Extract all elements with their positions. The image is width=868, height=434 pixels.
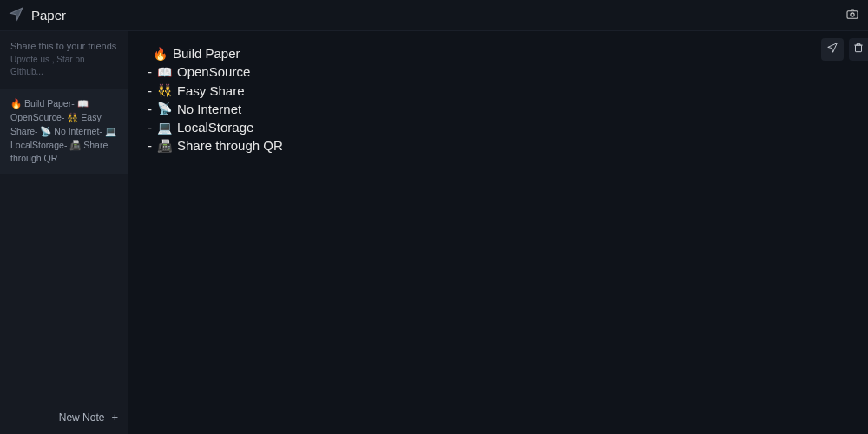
app-title: Paper <box>31 8 66 23</box>
editor-line: 🔥 Build Paper <box>148 45 849 62</box>
camera-icon[interactable] <box>845 7 859 24</box>
editor-text: Share through QR <box>177 137 283 155</box>
topbar: Paper <box>0 0 868 31</box>
sidebar: Share this to your friends Upvote us , S… <box>0 31 128 434</box>
new-note-label: New Note <box>59 411 105 424</box>
share-button[interactable] <box>821 38 844 61</box>
share-promo[interactable]: Share this to your friends Upvote us , S… <box>0 31 128 83</box>
list-dash: - <box>148 101 152 118</box>
book-icon: 📖 <box>157 64 172 81</box>
new-note-button[interactable]: New Note + <box>0 402 128 434</box>
main: Share this to your friends Upvote us , S… <box>0 31 868 434</box>
editor[interactable]: 🔥 Build Paper - 📖 OpenSource - 👯 Easy Sh… <box>128 31 868 170</box>
satellite-icon: 📡 <box>157 101 172 117</box>
sidebar-spacer <box>0 174 128 402</box>
svg-rect-2 <box>856 45 862 52</box>
svg-point-1 <box>851 12 854 16</box>
delete-button[interactable] <box>849 38 868 61</box>
list-dash: - <box>148 63 152 81</box>
editor-text: No Internet <box>177 101 241 118</box>
laptop-icon: 💻 <box>157 120 172 136</box>
list-dash: - <box>148 82 152 100</box>
fire-icon: 🔥 <box>153 46 168 62</box>
note-preview-text: 🔥 Build Paper- 📖 OpenSource- 👯 Easy Shar… <box>10 98 116 163</box>
editor-line: - 📡 No Internet <box>148 101 849 118</box>
plus-icon: + <box>111 411 118 424</box>
share-promo-line2: Upvote us , Star on Github... <box>10 54 118 78</box>
list-dash: - <box>148 137 152 155</box>
fax-icon: 📠 <box>157 138 172 155</box>
editor-line: - 💻 LocalStorage <box>148 119 849 136</box>
text-caret <box>148 47 148 61</box>
send-icon <box>826 42 838 57</box>
paper-plane-icon <box>9 6 24 25</box>
editor-actions <box>821 38 868 61</box>
people-icon: 👯 <box>157 82 172 99</box>
editor-line: - 📖 OpenSource <box>148 63 849 81</box>
editor-line: - 👯 Easy Share <box>148 82 849 100</box>
share-promo-line1: Share this to your friends <box>10 40 118 53</box>
editor-text: Build Paper <box>173 45 240 62</box>
editor-line: - 📠 Share through QR <box>148 137 849 155</box>
editor-text: LocalStorage <box>177 119 253 136</box>
topbar-right <box>845 7 859 24</box>
note-preview-card[interactable]: 🔥 Build Paper- 📖 OpenSource- 👯 Easy Shar… <box>0 89 128 174</box>
trash-icon <box>852 42 865 57</box>
list-dash: - <box>148 119 152 136</box>
editor-text: Easy Share <box>177 82 245 100</box>
topbar-left: Paper <box>9 6 66 25</box>
content-area: 🔥 Build Paper - 📖 OpenSource - 👯 Easy Sh… <box>128 31 868 434</box>
editor-text: OpenSource <box>177 63 250 81</box>
svg-rect-0 <box>847 10 858 18</box>
